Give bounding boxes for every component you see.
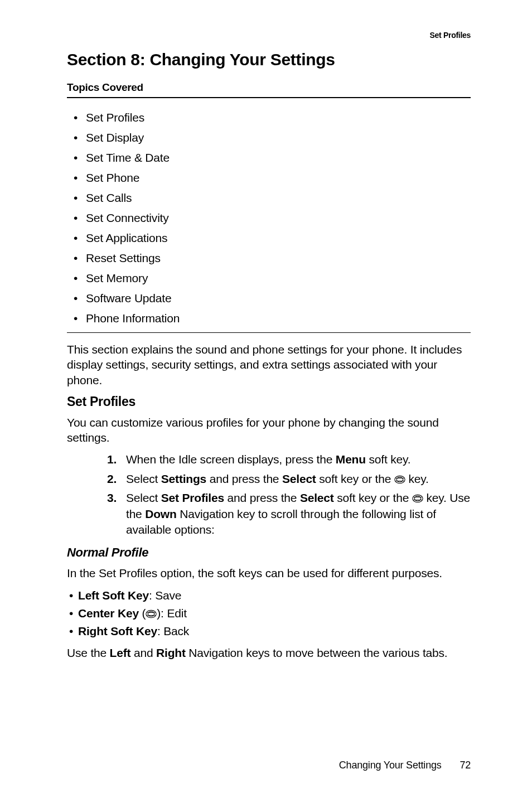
topics-covered-label: Topics Covered xyxy=(67,81,471,98)
step-bold: Settings xyxy=(161,472,206,485)
normal-profile-heading: Normal Profile xyxy=(67,545,471,560)
list-item: Set Applications xyxy=(71,232,471,244)
step-bold: Select xyxy=(300,491,334,504)
list-item: Set Connectivity xyxy=(71,212,471,224)
key-value: : Save xyxy=(149,589,181,602)
step-text: soft key or the xyxy=(334,491,412,504)
list-item: Center Key (): Edit xyxy=(67,606,471,621)
steps-list: When the Idle screen displays, press the… xyxy=(107,452,471,538)
step-text: key. xyxy=(405,472,429,485)
list-item: Set Profiles xyxy=(71,112,471,123)
list-item: Software Update xyxy=(71,292,471,304)
list-item: Phone Information xyxy=(71,312,471,324)
key-label: Center Key xyxy=(78,607,139,620)
bold: Right xyxy=(156,646,186,659)
step-item: When the Idle screen displays, press the… xyxy=(107,452,471,467)
paren: ): xyxy=(157,607,167,620)
svg-point-1 xyxy=(396,477,403,482)
list-item: Right Soft Key: Back xyxy=(67,623,471,639)
set-profiles-lead: You can customize various profiles for y… xyxy=(67,415,471,446)
step-text: soft key. xyxy=(366,453,410,466)
bold: Left xyxy=(110,646,131,659)
key-label: Left Soft Key xyxy=(78,589,149,602)
set-profiles-heading: Set Profiles xyxy=(67,394,471,409)
center-key-icon xyxy=(394,475,405,484)
topics-list: Set Profiles Set Display Set Time & Date… xyxy=(67,112,471,324)
center-key-icon xyxy=(146,610,157,618)
text: and xyxy=(130,646,156,659)
divider xyxy=(67,332,471,333)
list-item: Reset Settings xyxy=(71,252,471,264)
step-text: When the Idle screen displays, press the xyxy=(126,453,336,466)
list-item: Set Phone xyxy=(71,172,471,183)
text: Navigation keys to move between the vari… xyxy=(186,646,448,659)
step-text: Select xyxy=(126,491,161,504)
list-item: Set Time & Date xyxy=(71,152,471,163)
step-bold: Set Profiles xyxy=(161,491,224,504)
step-text: and press the xyxy=(206,472,282,485)
list-item: Set Memory xyxy=(71,272,471,284)
key-value: : Back xyxy=(157,625,189,637)
text: Use the xyxy=(67,646,110,659)
list-item: Set Calls xyxy=(71,192,471,204)
step-bold: Select xyxy=(282,472,316,485)
list-item: Set Display xyxy=(71,132,471,143)
step-bold: Menu xyxy=(336,453,366,466)
page-title: Section 8: Changing Your Settings xyxy=(67,50,471,69)
step-bold: Down xyxy=(145,507,176,520)
running-head: Set Profiles xyxy=(430,31,471,40)
page-footer: Changing Your Settings 72 xyxy=(339,760,471,771)
nav-sentence: Use the Left and Right Navigation keys t… xyxy=(67,645,471,660)
step-text: soft key or the xyxy=(316,472,394,485)
intro-paragraph: This section explains the sound and phon… xyxy=(67,342,471,388)
list-item: Left Soft Key: Save xyxy=(67,588,471,603)
paren: ( xyxy=(139,607,146,620)
page-number: 72 xyxy=(460,760,471,771)
step-text: and press the xyxy=(224,491,300,504)
key-value: Edit xyxy=(167,607,186,620)
step-item: Select Settings and press the Select sof… xyxy=(107,471,471,487)
key-label: Right Soft Key xyxy=(78,625,157,637)
soft-key-list: Left Soft Key: Save Center Key (): Edit … xyxy=(67,588,471,640)
step-text: Select xyxy=(126,472,161,485)
step-item: Select Set Profiles and press the Select… xyxy=(107,490,471,538)
footer-chapter: Changing Your Settings xyxy=(339,760,442,771)
center-key-icon xyxy=(412,494,423,503)
normal-profile-lead: In the Set Profiles option, the soft key… xyxy=(67,565,471,581)
svg-point-3 xyxy=(414,496,421,501)
